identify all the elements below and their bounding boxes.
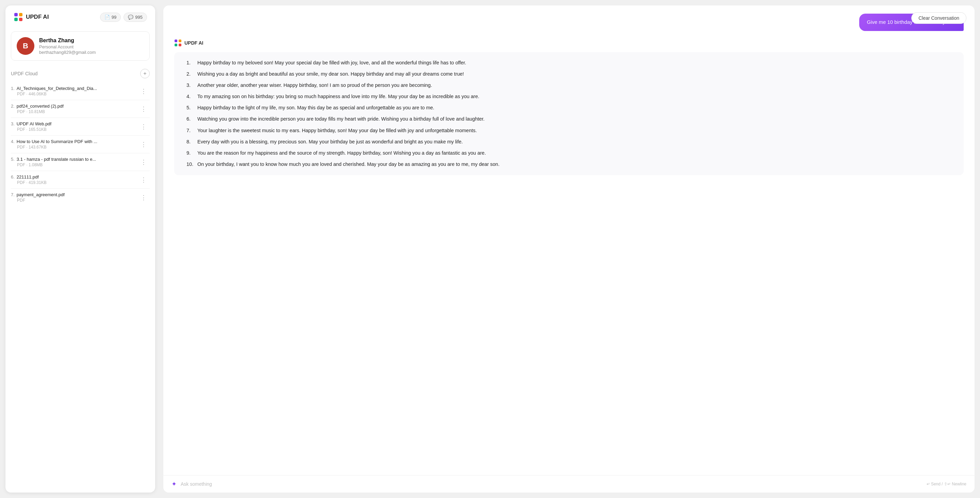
file-name: payment_agreement.pdf: [17, 192, 65, 197]
list-item[interactable]: 5. 3.1 - hamza - pdf translate russian t…: [11, 153, 150, 171]
list-item[interactable]: 2. pdf24_converted (2).pdf PDF · 10.81MB…: [11, 100, 150, 118]
cloud-section: UPDF Cloud + 1. AI_Techniques_for_Detect…: [5, 66, 155, 493]
file-info: 7. payment_agreement.pdf PDF: [11, 192, 138, 203]
svg-rect-2: [14, 18, 18, 21]
svg-rect-6: [175, 44, 177, 46]
app-title: UPDF AI: [26, 14, 49, 21]
list-item[interactable]: 6. 221111.pdf PDF · 419.31KB ⋮: [11, 171, 150, 189]
file-index: 4.: [11, 139, 14, 144]
file-info: 5. 3.1 - hamza - pdf translate russian t…: [11, 157, 138, 167]
wish-item: 4. To my amazing son on his birthday: yo…: [186, 93, 954, 101]
add-file-button[interactable]: +: [140, 69, 150, 78]
file-more-icon[interactable]: ⋮: [138, 158, 150, 166]
file-index: 3.: [11, 121, 14, 126]
profile-card: B Bertha Zhang Personal Account berthazh…: [11, 31, 150, 61]
file-index: 1.: [11, 86, 14, 91]
ai-response-header: UPDF AI: [174, 39, 964, 47]
wish-number: 4.: [186, 93, 195, 101]
wish-number: 9.: [186, 149, 195, 157]
wish-number: 10.: [186, 160, 195, 168]
file-more-icon[interactable]: ⋮: [138, 140, 150, 149]
profile-email: berthazhang829@gmail.com: [39, 50, 95, 55]
file-meta: PDF · 143.67KB: [17, 145, 138, 150]
header-badges: 📄 99 💬 995: [100, 13, 147, 22]
sparkle-icon: ✦: [172, 480, 177, 488]
chat-icon: 💬: [128, 14, 134, 20]
wish-text: Wishing you a day as bright and beautifu…: [197, 70, 464, 78]
wish-number: 2.: [186, 70, 195, 78]
wish-item: 10. On your birthday, I want you to know…: [186, 160, 954, 168]
wish-item: 2. Wishing you a day as bright and beaut…: [186, 70, 954, 78]
wish-text: You are the reason for my happiness and …: [197, 149, 486, 157]
wish-number: 1.: [186, 59, 195, 67]
file-more-icon[interactable]: ⋮: [138, 87, 150, 96]
sidebar: UPDF AI 📄 99 💬 995 B Bertha Zhang Person…: [5, 5, 155, 493]
main-panel: Clear Conversation Give me 10 birthday w…: [161, 0, 980, 498]
docs-badge[interactable]: 📄 99: [100, 13, 121, 22]
wish-item: 7. Your laughter is the sweetest music t…: [186, 127, 954, 134]
svg-rect-7: [179, 44, 181, 46]
wish-item: 1. Happy birthday to my beloved son! May…: [186, 59, 954, 67]
wish-item: 3. Another year older, another year wise…: [186, 81, 954, 89]
profile-name: Bertha Zhang: [39, 37, 95, 44]
cloud-header: UPDF Cloud +: [11, 66, 150, 83]
wish-text: Every day with you is a blessing, my pre…: [197, 138, 463, 146]
file-more-icon[interactable]: ⋮: [138, 193, 150, 202]
file-more-icon[interactable]: ⋮: [138, 176, 150, 184]
sidebar-header: UPDF AI 📄 99 💬 995: [5, 5, 155, 27]
profile-info: Bertha Zhang Personal Account berthazhan…: [39, 37, 95, 55]
file-meta: PDF · 419.31KB: [17, 180, 138, 185]
list-item[interactable]: 1. AI_Techniques_for_Detecting_and_Dia..…: [11, 83, 150, 100]
wish-text: To my amazing son on his birthday: you b…: [197, 93, 479, 101]
chats-count: 995: [135, 14, 143, 20]
file-info: 4. How to Use AI to Summarize PDF with .…: [11, 139, 138, 150]
file-name: UPDF AI Web.pdf: [17, 121, 51, 126]
clear-conversation-button[interactable]: Clear Conversation: [911, 12, 966, 24]
wish-number: 3.: [186, 81, 195, 89]
ai-logo-icon: [174, 39, 182, 47]
chat-input[interactable]: [181, 481, 923, 487]
chat-container: Clear Conversation Give me 10 birthday w…: [163, 5, 975, 493]
wish-item: 8. Every day with you is a blessing, my …: [186, 138, 954, 146]
file-info: 1. AI_Techniques_for_Detecting_and_Dia..…: [11, 86, 138, 96]
file-meta: PDF · 446.06KB: [17, 92, 138, 96]
docs-count: 99: [111, 14, 116, 20]
file-name: pdf24_converted (2).pdf: [17, 104, 64, 109]
wish-number: 8.: [186, 138, 195, 146]
doc-icon: 📄: [105, 14, 110, 20]
list-item[interactable]: 3. UPDF AI Web.pdf PDF · 165.51KB ⋮: [11, 118, 150, 136]
svg-rect-5: [179, 40, 181, 42]
file-name: 221111.pdf: [17, 174, 39, 179]
file-meta: PDF · 1.08MB: [17, 163, 138, 167]
svg-rect-4: [175, 40, 177, 42]
list-item[interactable]: 4. How to Use AI to Summarize PDF with .…: [11, 136, 150, 153]
profile-type: Personal Account: [39, 44, 95, 49]
chat-area: Give me 10 birthday wishes for my son. U…: [163, 5, 975, 475]
file-meta: PDF · 165.51KB: [17, 127, 138, 132]
file-info: 6. 221111.pdf PDF · 419.31KB: [11, 174, 138, 185]
wish-text: Happy birthday to the light of my life, …: [197, 104, 434, 112]
chats-badge[interactable]: 💬 995: [124, 13, 147, 22]
file-name: How to Use AI to Summarize PDF with ...: [17, 139, 97, 144]
wish-number: 7.: [186, 127, 195, 134]
wishes-list: 1. Happy birthday to my beloved son! May…: [184, 59, 954, 169]
ai-response: UPDF AI 1. Happy birthday to my beloved …: [174, 39, 964, 176]
input-hints: ↵ Send / ⇧↵ Newline: [927, 482, 966, 487]
file-list: 1. AI_Techniques_for_Detecting_and_Dia..…: [11, 83, 150, 206]
file-more-icon[interactable]: ⋮: [138, 122, 150, 131]
file-name: AI_Techniques_for_Detecting_and_Dia...: [17, 86, 97, 91]
logo-area: UPDF AI: [14, 12, 49, 22]
wish-item: 5. Happy birthday to the light of my lif…: [186, 104, 954, 112]
file-name: 3.1 - hamza - pdf translate russian to e…: [17, 157, 96, 162]
file-meta: PDF · 10.81MB: [17, 109, 138, 114]
wish-item: 6. Watching you grow into the incredible…: [186, 115, 954, 123]
file-meta: PDF: [17, 198, 138, 203]
wish-text: Your laughter is the sweetest music to m…: [197, 127, 477, 134]
file-index: 5.: [11, 157, 14, 162]
wish-number: 5.: [186, 104, 195, 112]
file-index: 6.: [11, 174, 14, 179]
list-item[interactable]: 7. payment_agreement.pdf PDF ⋮: [11, 189, 150, 206]
updf-logo-icon: [14, 12, 23, 22]
svg-rect-3: [19, 18, 22, 21]
file-more-icon[interactable]: ⋮: [138, 105, 150, 113]
